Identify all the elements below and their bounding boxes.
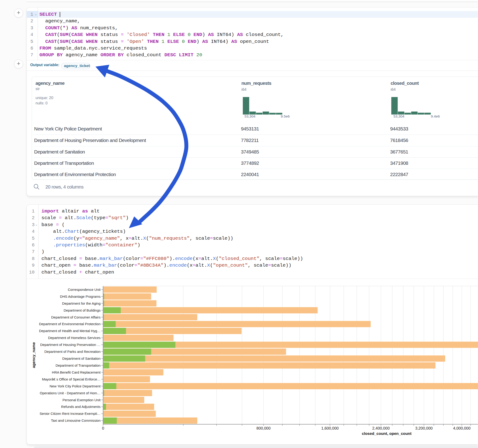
svg-text:2,400,000: 2,400,000 <box>372 426 390 430</box>
svg-text:HRA Benefit Card Replacement: HRA Benefit Card Replacement <box>52 370 101 374</box>
svg-text:Department of Health and Menta: Department of Health and Mental Hyg… <box>39 329 101 333</box>
svg-text:Department of Consumer Affairs: Department of Consumer Affairs <box>51 315 101 319</box>
svg-text:Department of Environmental Pr: Department of Environmental Protection <box>39 322 101 326</box>
svg-text:0: 0 <box>102 426 104 430</box>
svg-text:agency_name: agency_name <box>31 342 36 368</box>
svg-text:Department of Housing Preserva: Department of Housing Preservation … <box>40 343 101 347</box>
svg-text:Operations Unit - Department o: Operations Unit - Department of Hom… <box>40 391 101 395</box>
svg-text:Senior Citizen Rent Increase E: Senior Citizen Rent Increase Exempti… <box>40 412 101 416</box>
svg-text:Department of Parks and Recrea: Department of Parks and Recreation <box>44 350 101 354</box>
svg-text:Refunds and Adjustments: Refunds and Adjustments <box>61 405 101 409</box>
svg-text:3,200,000: 3,200,000 <box>415 426 433 430</box>
svg-text:Correspondence Unit: Correspondence Unit <box>68 288 101 292</box>
svg-text:Department for the Aging: Department for the Aging <box>62 301 101 305</box>
svg-text:4,000,000: 4,000,000 <box>453 426 471 430</box>
svg-text:Department of Transportation: Department of Transportation <box>56 363 101 367</box>
svg-text:Department of Sanitation: Department of Sanitation <box>62 356 101 361</box>
svg-text:Mayorâ€ s Office of Special En: Mayorâ€ s Office of Special Enforce… <box>42 377 101 381</box>
svg-text:800,000: 800,000 <box>256 426 270 430</box>
svg-text:Taxi and Limousine Commission: Taxi and Limousine Commission <box>51 418 101 423</box>
svg-text:Department of Homeless Service: Department of Homeless Services <box>48 336 101 340</box>
svg-text:1,600,000: 1,600,000 <box>321 426 339 430</box>
svg-text:DHS Advantage Programs: DHS Advantage Programs <box>60 294 101 299</box>
svg-text:closed_count, open_count: closed_count, open_count <box>362 431 412 436</box>
svg-text:Department of Buildings: Department of Buildings <box>64 308 101 312</box>
svg-text:Personal Exemption Unit: Personal Exemption Unit <box>63 398 101 402</box>
svg-text:New York City Police Departmen: New York City Police Department <box>50 384 101 388</box>
